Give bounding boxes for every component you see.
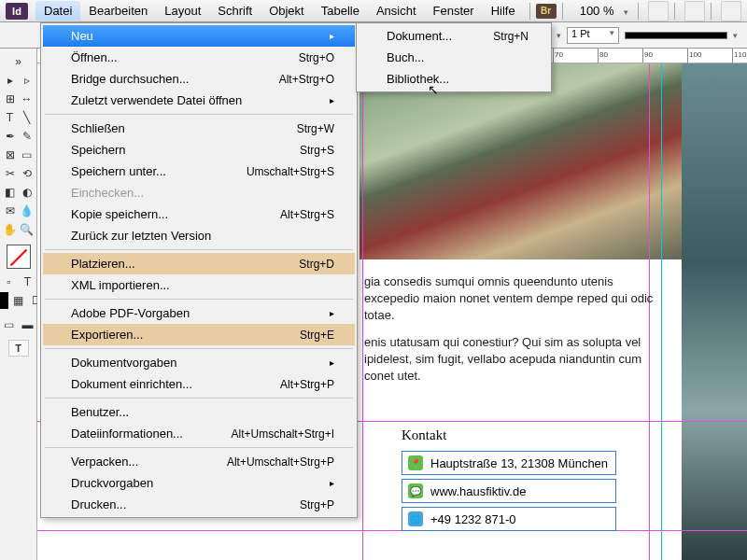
frame-tool[interactable]: ⊠ (2, 147, 19, 163)
stroke-style[interactable] (625, 32, 727, 39)
menu-objekt[interactable]: Objekt (261, 1, 313, 21)
menu-platzieren[interactable]: Platzieren...Strg+D (43, 253, 355, 274)
screen-mode-icon[interactable] (684, 1, 705, 21)
menu-neu[interactable]: Neu▸ (43, 25, 355, 47)
contact-title: Kontakt (402, 427, 616, 443)
pencil-tool[interactable]: ✎ (19, 128, 35, 145)
divider (711, 3, 712, 20)
menu-hilfe[interactable]: Hilfe (483, 1, 524, 21)
app-badge-icon: Id (6, 3, 28, 20)
menu-oeffnen[interactable]: Öffnen...Strg+O (43, 47, 355, 68)
contact-text: www.hausfiktiv.de (430, 484, 526, 498)
menu-layout[interactable]: Layout (156, 1, 209, 21)
menu-tabelle[interactable]: Tabelle (313, 1, 368, 21)
chat-icon: 💬 (408, 483, 423, 498)
submenu-bibliothek[interactable]: Bibliothek... (359, 68, 549, 90)
eyedropper-tool[interactable]: 💧 (19, 203, 35, 219)
bridge-icon[interactable]: Br (536, 4, 557, 19)
gradient-feather-tool[interactable]: ◐ (19, 184, 35, 201)
menu-ansicht[interactable]: Ansicht (368, 1, 425, 21)
preview-mode-icon[interactable]: ▬ (20, 316, 36, 333)
menu-dateiinformationen[interactable]: Dateiinformationen...Alt+Umschalt+Strg+I (43, 423, 355, 444)
normal-mode-icon[interactable]: ▭ (1, 316, 18, 333)
zoom-dropdown[interactable]: 100 % (576, 2, 632, 20)
neu-submenu: Dokument...Strg+N Buch... Bibliothek... (356, 22, 552, 92)
menu-bridge-durchsuchen[interactable]: Bridge durchsuchen...Alt+Strg+O (43, 68, 355, 90)
file-menu-dropdown: Neu▸ Öffnen...Strg+O Bridge durchsuchen.… (40, 22, 358, 518)
menu-xml-importieren[interactable]: XML importieren... (43, 274, 355, 296)
separator (45, 249, 353, 250)
menu-dokumentvorgaben[interactable]: Dokumentvorgaben▸ (43, 352, 355, 373)
menu-fenster[interactable]: Fenster (425, 1, 483, 21)
menubar: Id Datei Bearbeiten Layout Schrift Objek… (0, 0, 747, 22)
formatting-container-icon[interactable]: ▫ (1, 273, 18, 290)
rectangle-tool[interactable]: ▭ (19, 147, 35, 163)
dropdown-arrow-icon[interactable]: ▾ (557, 31, 561, 40)
contact-row-address: 📍 Hauptstraße 13, 21308 München (402, 451, 616, 475)
page-tool[interactable]: ⊞ (2, 91, 19, 107)
separator (45, 114, 353, 115)
menu-dokument-einrichten[interactable]: Dokument einrichten...Alt+Strg+P (43, 373, 355, 395)
separator (45, 348, 353, 349)
divider (529, 3, 530, 20)
dropdown-arrow-icon[interactable]: ▾ (733, 31, 738, 40)
menu-bearbeiten[interactable]: Bearbeiten (80, 1, 156, 21)
direct-selection-tool[interactable]: ▹ (19, 72, 35, 89)
divider (562, 3, 563, 20)
formatting-text-icon[interactable]: T (20, 273, 36, 290)
apply-gradient-icon[interactable]: ▦ (10, 292, 27, 309)
apply-color-icon[interactable] (0, 292, 8, 309)
separator (45, 447, 353, 448)
scissors-tool[interactable]: ✂ (2, 165, 19, 182)
menu-exportieren[interactable]: Exportieren...Strg+E (43, 324, 355, 345)
menu-schrift[interactable]: Schrift (209, 1, 261, 21)
divider (674, 3, 675, 20)
view-options-icon[interactable] (648, 1, 669, 21)
guide-horizontal[interactable] (37, 530, 747, 531)
separator (45, 299, 353, 300)
stroke-weight-input[interactable]: 1 Pt (567, 27, 619, 44)
arrange-icon[interactable] (721, 1, 741, 21)
guide-vertical[interactable] (362, 63, 363, 560)
tab-marker[interactable]: T (8, 340, 29, 357)
submenu-dokument[interactable]: Dokument...Strg+N (359, 25, 549, 47)
hand-tool[interactable]: ✋ (2, 221, 19, 238)
menu-zuletzt[interactable]: Zuletzt verwendete Datei öffnen▸ (43, 90, 355, 111)
contact-text: +49 1232 871-0 (430, 512, 515, 526)
tool-palette: » ▸ ▹ ⊞ ↔ T ╲ ✒ ✎ ⊠ ▭ ✂ ⟲ ◧ ◐ ✉ 💧 ✋ 🔍 ▫ … (0, 49, 37, 560)
menu-druckvorgaben[interactable]: Druckvorgaben▸ (43, 472, 355, 494)
menu-verpacken[interactable]: Verpacken...Alt+Umschalt+Strg+P (43, 451, 355, 472)
menu-einchecken: Einchecken... (43, 182, 355, 203)
menu-schliessen[interactable]: SchließenStrg+W (43, 118, 355, 139)
fill-color-swatch[interactable] (7, 245, 31, 269)
contact-row-web: 💬 www.hausfiktiv.de (402, 479, 616, 503)
contact-row-phone: 🌐 +49 1232 871-0 (402, 507, 616, 531)
pin-icon: 📍 (408, 455, 423, 470)
selection-tool[interactable]: ▸ (2, 72, 19, 89)
transform-tool[interactable]: ⟲ (19, 165, 35, 182)
menu-speichern[interactable]: SpeichernStrg+S (43, 139, 355, 161)
divider (638, 3, 639, 20)
zoom-tool[interactable]: 🔍 (19, 221, 35, 238)
gap-tool[interactable]: ↔ (19, 91, 35, 107)
gradient-tool[interactable]: ◧ (2, 184, 19, 201)
paragraph: gia consedis sumqui omnis queendunto ute… (364, 273, 663, 325)
menu-benutzer[interactable]: Benutzer... (43, 401, 355, 423)
submenu-buch[interactable]: Buch... (359, 47, 549, 68)
menu-zurueck[interactable]: Zurück zur letzten Version (43, 225, 355, 246)
menu-datei[interactable]: Datei (35, 1, 80, 21)
menu-kopie-speichern[interactable]: Kopie speichern...Alt+Strg+S (43, 203, 355, 225)
contact-frame[interactable]: Kontakt 📍 Hauptstraße 13, 21308 München … (402, 427, 616, 535)
pen-tool[interactable]: ✒ (2, 128, 19, 145)
menu-speichern-unter[interactable]: Speichern unter...Umschalt+Strg+S (43, 161, 355, 182)
menu-pdf-vorgaben[interactable]: Adobe PDF-Vorgaben▸ (43, 302, 355, 324)
text-frame[interactable]: gia consedis sumqui omnis queendunto ute… (364, 273, 663, 394)
note-tool[interactable]: ✉ (2, 203, 19, 219)
menu-drucken[interactable]: Drucken...Strg+P (43, 494, 355, 515)
contact-text: Hauptstraße 13, 21308 München (430, 456, 608, 470)
paragraph: enis utatusam qui conestiur? Qui sim as … (364, 334, 663, 385)
type-tool[interactable]: T (2, 109, 19, 126)
placed-image-right[interactable] (682, 63, 747, 560)
line-tool[interactable]: ╲ (19, 109, 35, 126)
double-arrow-icon[interactable]: » (10, 53, 27, 70)
